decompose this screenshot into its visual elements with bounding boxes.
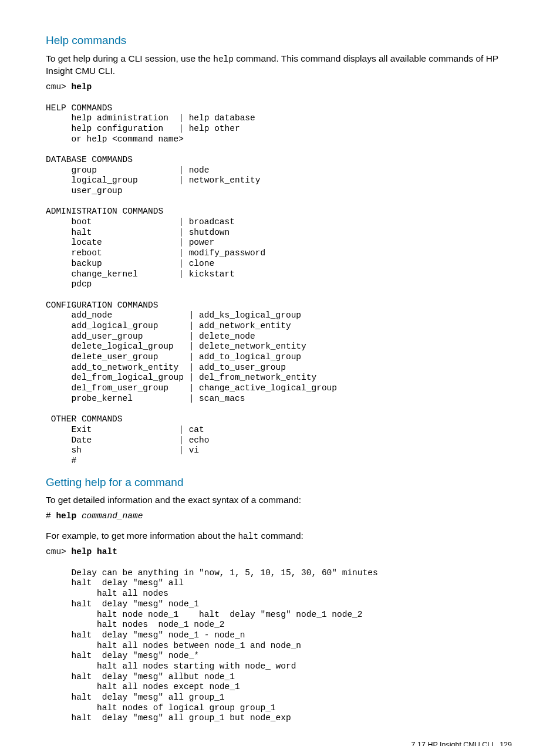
intro-paragraph-1: To get help during a CLI session, use th… [46,53,514,77]
heading-help-commands: Help commands [46,33,514,48]
cli-prompt: cmu> [46,82,72,92]
cli-help-halt-output: cmu> help halt Delay can be anything in … [46,547,514,724]
syntax-arg: command_name [82,511,143,521]
cli-command-help-halt: help halt [72,547,117,556]
footer-section: 7.17 HP Insight CMU CLI [411,741,494,746]
cli-command-help: help [72,82,92,92]
example-text-after: command: [258,531,303,541]
heading-getting-help: Getting help for a command [46,475,514,490]
cli-help-halt-body: Delay can be anything in "now, 1, 5, 10,… [46,568,378,723]
intro-inline-code: help [213,55,234,64]
footer-page: 129 [500,741,512,746]
syntax-prompt: # [46,511,56,521]
page-footer: 7.17 HP Insight CMU CLI 129 [46,740,514,746]
cli-help-body: HELP COMMANDS help administration | help… [46,103,337,465]
example-text-before: For example, to get more information abo… [46,531,238,541]
intro-paragraph-2: To get detailed information and the exac… [46,494,514,507]
cli-help-output: cmu> help HELP COMMANDS help administrat… [46,82,514,466]
example-paragraph: For example, to get more information abo… [46,530,514,543]
cli-prompt-2: cmu> [46,547,72,556]
example-inline-code: halt [238,532,258,541]
syntax-cmd: help [56,511,82,521]
cli-syntax-line: # help command_name [46,511,514,522]
intro-text-before: To get help during a CLI session, use th… [46,53,213,63]
